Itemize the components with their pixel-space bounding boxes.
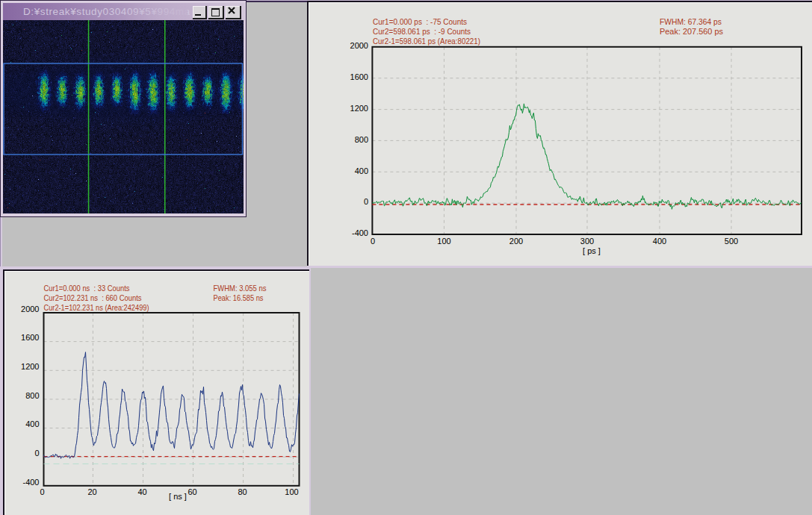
svg-text:1600: 1600: [21, 333, 39, 342]
svg-text:2000: 2000: [21, 305, 39, 313]
svg-text:20: 20: [87, 487, 96, 496]
svg-text:0: 0: [371, 237, 375, 246]
svg-text:400: 400: [25, 419, 39, 428]
svg-text:[ ns ]: [ ns ]: [169, 492, 187, 501]
svg-text:Cur2-1=598.061 ps (Area:80221): Cur2-1=598.061 ps (Area:80221): [373, 37, 480, 46]
svg-text:2000: 2000: [350, 41, 368, 50]
svg-text:1600: 1600: [350, 72, 368, 81]
svg-text:800: 800: [25, 391, 39, 400]
svg-text:Cur1=0.000 ps : -75 Counts: Cur1=0.000 ps : -75 Counts: [373, 17, 467, 26]
svg-text:Peak: 207.560 ps: Peak: 207.560 ps: [660, 27, 723, 36]
svg-text:Cur2-1=102.231 ns (Area:242499: Cur2-1=102.231 ns (Area:242499): [44, 303, 149, 312]
svg-text:400: 400: [355, 166, 368, 175]
svg-text:200: 200: [509, 237, 523, 246]
svg-text:Cur1=0.000 ns : 33 Counts: Cur1=0.000 ns : 33 Counts: [44, 284, 130, 293]
svg-text:-400: -400: [352, 228, 368, 237]
svg-text:40: 40: [137, 487, 146, 496]
svg-text:300: 300: [580, 237, 594, 246]
svg-text:-400: -400: [22, 478, 39, 487]
svg-text:500: 500: [725, 237, 738, 246]
svg-text:100: 100: [437, 237, 450, 246]
svg-text:[ ps ]: [ ps ]: [583, 246, 601, 255]
svg-text:FWHM: 3.055 ns: FWHM: 3.055 ns: [214, 284, 267, 293]
svg-text:0: 0: [40, 487, 44, 496]
svg-text:400: 400: [653, 237, 666, 246]
svg-text:100: 100: [285, 487, 298, 496]
svg-text:Cur2=598.061 ps : -9 Counts: Cur2=598.061 ps : -9 Counts: [373, 27, 471, 36]
svg-text:60: 60: [187, 487, 196, 496]
svg-text:0: 0: [34, 449, 39, 458]
svg-text:800: 800: [355, 135, 368, 144]
svg-text:0: 0: [364, 197, 368, 206]
svg-text:Cur2=102.231 ns : 660 Counts: Cur2=102.231 ns : 660 Counts: [44, 293, 142, 302]
svg-text:FWHM: 67.364 ps: FWHM: 67.364 ps: [660, 17, 722, 26]
svg-text:Peak: 16.585 ns: Peak: 16.585 ns: [214, 293, 264, 302]
svg-text:1200: 1200: [350, 104, 368, 113]
svg-text:80: 80: [238, 487, 247, 496]
svg-text:1200: 1200: [21, 362, 39, 371]
